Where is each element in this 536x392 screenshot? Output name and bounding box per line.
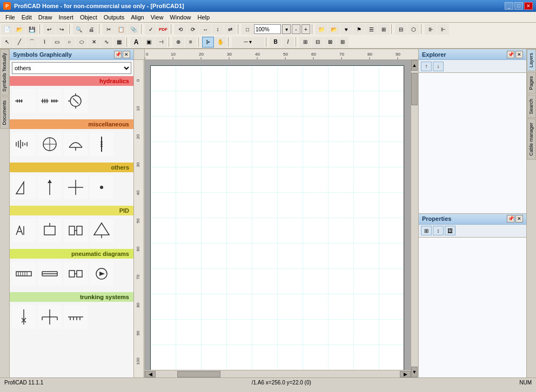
paste-button[interactable]: 📎 — [128, 24, 139, 35]
symbol-misc3[interactable] — [64, 132, 88, 156]
ortho-btn[interactable]: ⊠ — [324, 37, 336, 48]
heart-button[interactable]: ♥ — [340, 24, 352, 35]
menu-window[interactable]: Window — [166, 13, 194, 22]
symbol-pid4[interactable] — [90, 219, 113, 242]
flip-h-button[interactable]: ↔ — [199, 24, 211, 35]
symbol-hyd3[interactable] — [64, 89, 88, 113]
properties-close-button[interactable]: ✕ — [515, 215, 523, 222]
scroll-down-button[interactable]: ▼ — [411, 367, 418, 377]
menu-insert[interactable]: Insert — [55, 13, 77, 22]
scrollbar-horizontal[interactable]: ◀ ▶ — [145, 370, 411, 377]
open-button[interactable]: 📂 — [14, 24, 25, 35]
symbol-oth2[interactable] — [38, 175, 62, 199]
cross-tool[interactable]: ✕ — [88, 37, 100, 48]
menu-draw[interactable]: Draw — [35, 13, 56, 22]
bezier-tool[interactable]: ∿ — [100, 37, 112, 48]
rotate2-button[interactable]: ⟳ — [187, 24, 199, 35]
menu-align[interactable]: Align — [128, 13, 147, 22]
select-tool[interactable]: ⊱ — [202, 37, 214, 48]
line-tool[interactable]: ╱ — [14, 37, 25, 48]
symbols-pin-button[interactable]: 📌 — [114, 51, 122, 58]
tab-search[interactable]: Search — [527, 95, 536, 118]
explorer-pin-button[interactable]: 📌 — [507, 51, 514, 58]
connect2-btn[interactable]: ⊞ — [337, 37, 349, 48]
arc-tool[interactable]: ⌒ — [26, 37, 38, 48]
symbol-pid1[interactable] — [12, 219, 36, 242]
menu-outputs[interactable]: Outputs — [100, 13, 128, 22]
scroll-up-button[interactable]: ▲ — [411, 60, 418, 71]
check-button[interactable]: ✓ — [145, 24, 157, 35]
symbol-oth4[interactable] — [90, 175, 113, 199]
scroll-left-button[interactable]: ◀ — [145, 371, 156, 377]
print-preview-button[interactable]: 🔍 — [73, 24, 85, 35]
hatch-tool[interactable]: ▦ — [113, 37, 125, 48]
symbol-tr2[interactable] — [38, 305, 62, 329]
arrange-button[interactable]: ⊟ — [395, 24, 407, 35]
connect-tool[interactable]: ⊕ — [172, 37, 184, 48]
prop-btn3[interactable]: 🖼 — [445, 226, 455, 235]
menu-object[interactable]: Object — [77, 13, 100, 22]
snap-btn[interactable]: ⊞ — [299, 37, 311, 48]
category-select[interactable]: others — [12, 62, 131, 74]
print-button[interactable]: 🖨 — [85, 24, 97, 35]
properties-pin-button[interactable]: 📌 — [507, 215, 514, 222]
scrollbar-vertical[interactable]: ▲ ▼ — [411, 60, 418, 377]
group-button[interactable]: ⬡ — [407, 24, 419, 35]
prop-btn2[interactable]: ↕ — [433, 226, 444, 235]
symbol-pid3[interactable] — [64, 219, 88, 242]
undo-button[interactable]: ↩ — [43, 24, 55, 35]
explorer-close-button[interactable]: ✕ — [515, 51, 523, 58]
rect-tool[interactable]: ▭ — [51, 37, 63, 48]
bold-btn[interactable]: B — [270, 37, 282, 48]
symbol-hyd1[interactable] — [12, 89, 36, 113]
symbol-misc2[interactable] — [38, 132, 62, 156]
symbol-pn4[interactable] — [90, 262, 113, 286]
save-button[interactable]: 💾 — [26, 24, 38, 35]
tab-pages[interactable]: Pages — [527, 72, 536, 94]
copy-button[interactable]: 📋 — [115, 24, 127, 35]
symbol-misc1[interactable] — [12, 132, 36, 156]
circle-tool[interactable]: ○ — [63, 37, 75, 48]
polyline-tool[interactable]: ⌇ — [38, 37, 50, 48]
symbol-tr1[interactable] — [12, 305, 36, 329]
window-minimize-button[interactable]: _ — [505, 2, 513, 10]
symbol-pn3[interactable] — [64, 262, 88, 286]
window-close-button[interactable]: ✕ — [524, 2, 533, 10]
symbol-oth3[interactable] — [64, 175, 88, 199]
tab-symbols-textually[interactable]: Symbols Textually — [0, 49, 9, 96]
folder2-button[interactable]: 📂 — [328, 24, 340, 35]
tab-cable-manager[interactable]: Cable manager — [527, 119, 536, 160]
symbols-close-button[interactable]: ✕ — [123, 51, 130, 58]
symbol-oth1[interactable] — [12, 175, 36, 199]
explorer-down-button[interactable]: ↓ — [433, 62, 444, 71]
scroll-thumb-v[interactable] — [411, 73, 418, 105]
textbox-tool[interactable]: ▣ — [143, 37, 155, 48]
text-tool[interactable]: A — [130, 37, 142, 48]
symbol-pn2[interactable] — [38, 262, 62, 286]
zoom-input[interactable] — [254, 24, 281, 34]
canvas-area[interactable] — [145, 60, 411, 370]
flip-v-button[interactable]: ↕ — [212, 24, 224, 35]
cut-button[interactable]: ✂ — [103, 24, 115, 35]
menu-edit[interactable]: Edit — [18, 13, 35, 22]
menu-file[interactable]: File — [2, 13, 18, 22]
bus-tool[interactable]: ≡ — [185, 37, 197, 48]
rotate1-button[interactable]: ⟲ — [175, 24, 186, 35]
align1-button[interactable]: ⊪ — [425, 24, 437, 35]
hand-tool[interactable]: ✋ — [215, 37, 226, 48]
flag-button[interactable]: ⚑ — [353, 24, 365, 35]
tab-layers[interactable]: Layers — [527, 49, 536, 71]
dim-tool[interactable]: ⊣ — [155, 37, 167, 48]
symbol-hyd2[interactable] — [38, 89, 62, 113]
zoom-box-btn[interactable]: □ — [242, 24, 253, 35]
scroll-right-button[interactable]: ▶ — [400, 371, 411, 377]
symbol-pid2[interactable] — [38, 219, 62, 242]
list-button[interactable]: ☰ — [365, 24, 377, 35]
redo-button[interactable]: ↪ — [56, 24, 68, 35]
align2-button[interactable]: ⊩ — [437, 24, 449, 35]
new-button[interactable]: 📄 — [1, 24, 13, 35]
explorer-up-button[interactable]: ↑ — [421, 62, 432, 71]
mirror-button[interactable]: ⇌ — [224, 24, 236, 35]
tab-documents[interactable]: Documents — [0, 97, 9, 129]
prop-btn1[interactable]: ⊞ — [421, 226, 432, 235]
